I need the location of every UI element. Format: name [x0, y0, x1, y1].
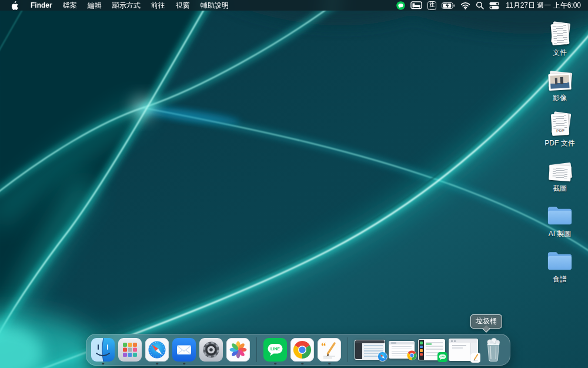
desktop-item-documents[interactable]: 文件	[534, 15, 586, 61]
dock-item-photos[interactable]	[226, 338, 250, 362]
desktop-item-label: 文件	[553, 48, 567, 58]
dock-separator	[256, 337, 257, 362]
battery-charging-icon[interactable]	[442, 2, 455, 9]
menubar-menu-view[interactable]: 顯示方式	[107, 0, 146, 11]
apple-logo-icon	[11, 1, 18, 10]
desktop-item-pdf-documents[interactable]: PDF PDF 文件	[534, 106, 586, 151]
pdf-badge-text: PDF	[552, 128, 569, 133]
running-indicator	[156, 363, 158, 365]
desktop-item-label: 截圖	[553, 184, 567, 194]
running-indicator	[274, 363, 276, 365]
menubar-menu-window[interactable]: 視窗	[171, 0, 195, 11]
desktop-wallpaper	[0, 0, 588, 368]
safari-icon	[145, 338, 169, 362]
bed-app-icon[interactable]	[410, 1, 422, 10]
dock-separator	[348, 337, 348, 362]
line-badge-icon: LINE	[437, 352, 447, 362]
menubar-clock[interactable]: 11月27日 週一 上午6:00	[506, 1, 581, 11]
input-source-icon[interactable]: 注	[427, 1, 436, 10]
control-center-icon[interactable]	[489, 2, 499, 9]
wifi-icon[interactable]	[460, 2, 470, 9]
menubar-app-menu[interactable]: Finder	[25, 0, 58, 11]
svg-text:LINE: LINE	[440, 356, 445, 358]
dock: LINE “	[86, 334, 510, 366]
dock-item-mail[interactable]	[172, 338, 196, 362]
screenshot-stack-icon	[546, 151, 574, 181]
desktop-item-label: 影像	[553, 93, 567, 103]
desktop-item-images[interactable]: 影像	[534, 61, 586, 106]
photo-stack-icon	[546, 61, 574, 90]
safari-badge-icon	[377, 352, 387, 362]
desktop-item-screenshots[interactable]: 截圖	[534, 151, 586, 197]
desktop-item-folder-recipes[interactable]: 食譜	[534, 242, 586, 287]
minimized-chrome-window[interactable]	[389, 341, 415, 359]
line-status-icon[interactable]	[396, 1, 405, 10]
spotlight-search-icon[interactable]	[476, 1, 484, 9]
running-indicator	[183, 363, 185, 365]
dock-item-launchpad[interactable]	[118, 338, 142, 362]
chrome-icon	[290, 338, 314, 362]
dock-item-trash[interactable]	[482, 337, 505, 363]
pages-badge-icon	[470, 353, 480, 363]
minimized-pages-window[interactable]	[449, 339, 478, 361]
menubar-menu-help[interactable]: 輔助說明	[195, 0, 234, 11]
pdf-stack-icon: PDF	[547, 106, 573, 135]
apple-menu[interactable]	[7, 1, 22, 10]
folder-icon	[546, 197, 573, 226]
running-indicator	[301, 363, 303, 365]
menu-bar: Finder 檔案 編輯 顯示方式 前往 視窗 輔助說明 注	[0, 0, 588, 11]
folder-icon	[546, 242, 573, 271]
minimized-line-window[interactable]: LINE	[418, 339, 445, 360]
chrome-badge-icon	[407, 350, 417, 360]
dock-item-line[interactable]: LINE	[263, 338, 287, 362]
trash-full-icon	[482, 337, 505, 363]
system-settings-icon	[199, 338, 223, 362]
documents-stack-icon	[547, 15, 573, 45]
desktop-item-label: AI 製圖	[549, 229, 572, 239]
running-indicator	[328, 363, 330, 365]
dock-item-system-settings[interactable]	[199, 338, 223, 362]
menubar-menu-file[interactable]: 檔案	[58, 0, 82, 11]
desktop-item-label: 食譜	[553, 274, 567, 284]
photos-icon	[226, 338, 250, 362]
dock-item-safari[interactable]	[145, 338, 169, 362]
finder-icon	[91, 338, 115, 362]
svg-text:“: “	[321, 340, 326, 352]
mail-icon	[172, 338, 196, 362]
desktop-item-label: PDF 文件	[544, 138, 574, 148]
menubar-menu-edit[interactable]: 編輯	[82, 0, 107, 11]
svg-text:LINE: LINE	[270, 347, 280, 351]
minimized-safari-window[interactable]	[355, 340, 385, 360]
menubar-menu-go[interactable]: 前往	[146, 0, 171, 11]
dock-item-chrome[interactable]	[290, 338, 314, 362]
dock-item-finder[interactable]	[91, 338, 115, 362]
running-indicator	[102, 363, 104, 365]
trash-tooltip: 垃圾桶	[470, 314, 502, 329]
desktop-icon-column: 文件 影像 PDF PDF 文件 截圖	[534, 15, 586, 287]
line-icon: LINE	[263, 338, 287, 362]
desktop-item-folder-ai-art[interactable]: AI 製圖	[534, 197, 586, 242]
launchpad-icon	[118, 338, 142, 362]
dock-item-pages[interactable]: “	[318, 338, 341, 362]
pages-icon: “	[318, 338, 341, 362]
